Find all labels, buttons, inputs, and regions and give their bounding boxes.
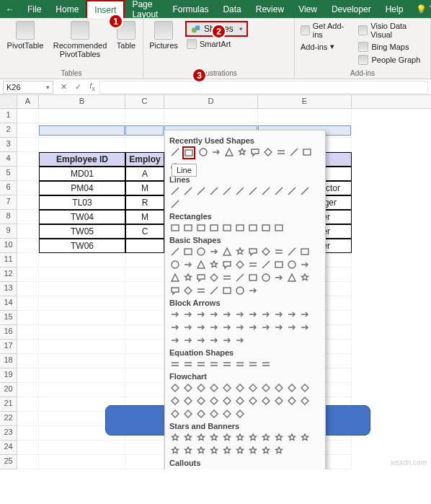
back-arrow-icon[interactable]: ← (0, 0, 20, 18)
shape-gallery-item[interactable] (169, 322, 180, 332)
shape-gallery-item[interactable] (182, 146, 195, 159)
tab-review[interactable]: Review (249, 0, 291, 18)
shape-gallery-item[interactable] (195, 335, 206, 345)
shape-gallery-item[interactable] (234, 246, 245, 257)
shape-gallery-item[interactable] (195, 445, 206, 456)
shape-gallery-item[interactable] (169, 198, 180, 209)
shape-gallery-item[interactable] (260, 259, 271, 270)
shape-gallery-item[interactable] (182, 246, 193, 257)
row-header[interactable]: 23 (0, 426, 17, 441)
shape-gallery-item[interactable] (195, 408, 206, 419)
tab-formulas[interactable]: Formulas (165, 0, 216, 18)
shape-gallery-item[interactable] (234, 335, 245, 345)
shape-gallery-item[interactable] (234, 469, 245, 469)
tab-help[interactable]: Help (378, 0, 411, 18)
shape-gallery-item[interactable] (169, 222, 180, 233)
shape-gallery-item[interactable] (299, 469, 310, 469)
cell[interactable] (125, 109, 164, 123)
enter-button[interactable]: ✓ (71, 82, 85, 92)
cell[interactable] (39, 311, 125, 325)
shape-gallery-item[interactable] (169, 382, 180, 393)
shape-gallery-item[interactable] (247, 222, 258, 233)
shape-gallery-item[interactable] (299, 259, 310, 270)
get-addins-button[interactable]: Get Add-ins (299, 21, 351, 40)
shape-gallery-item[interactable] (208, 285, 219, 296)
shape-gallery-item[interactable] (182, 432, 193, 443)
cell[interactable] (39, 282, 125, 296)
shape-gallery-item[interactable] (299, 322, 310, 332)
shape-gallery-item[interactable] (260, 185, 271, 196)
cell[interactable]: TW05 (39, 224, 125, 239)
shape-gallery-item[interactable] (260, 432, 271, 443)
shape-gallery-item[interactable] (234, 358, 245, 369)
shape-gallery-item[interactable] (247, 246, 258, 257)
row-header[interactable]: 12 (0, 268, 17, 282)
shape-gallery-item[interactable] (299, 382, 310, 393)
cell[interactable] (17, 210, 39, 224)
shape-gallery-item[interactable] (221, 285, 232, 296)
cell[interactable] (17, 152, 39, 167)
shape-gallery-item[interactable] (273, 382, 284, 393)
row-header[interactable]: 18 (0, 354, 17, 368)
shape-gallery-item[interactable] (247, 395, 258, 406)
row-header[interactable]: 24 (0, 441, 17, 455)
shape-gallery-item[interactable] (260, 469, 271, 469)
shape-gallery-item[interactable] (286, 185, 297, 196)
shape-gallery-item[interactable] (169, 358, 180, 369)
shape-gallery-item[interactable] (210, 146, 221, 157)
cell[interactable]: R (125, 195, 164, 210)
shape-gallery-item[interactable] (182, 335, 193, 345)
shape-gallery-item[interactable] (273, 469, 284, 469)
shape-gallery-item[interactable] (197, 146, 208, 157)
shape-gallery-item[interactable] (169, 272, 180, 283)
cell[interactable] (258, 109, 352, 123)
shape-gallery-item[interactable] (221, 309, 232, 319)
shape-gallery-item[interactable] (208, 432, 219, 443)
shape-gallery-item[interactable] (260, 358, 271, 369)
bing-maps-button[interactable]: Bing Maps (357, 41, 426, 53)
shape-gallery-item[interactable] (247, 285, 258, 296)
row-header[interactable]: 14 (0, 296, 17, 311)
shape-gallery-item[interactable] (169, 259, 180, 270)
shape-gallery-item[interactable] (273, 185, 284, 196)
cell[interactable]: PM04 (39, 181, 125, 195)
shape-gallery-item[interactable] (208, 259, 219, 270)
cell[interactable] (125, 253, 164, 268)
shape-gallery-item[interactable] (221, 469, 232, 469)
cell[interactable] (17, 224, 39, 239)
shape-gallery-item[interactable] (273, 222, 284, 233)
shape-gallery-item[interactable] (273, 309, 284, 319)
select-all-corner[interactable] (0, 95, 17, 108)
row-header[interactable]: 25 (0, 455, 17, 469)
name-box[interactable]: K26 ▾ (3, 81, 53, 94)
shape-gallery-item[interactable] (208, 358, 219, 369)
shape-gallery-item[interactable] (234, 185, 245, 196)
cell[interactable]: TW04 (39, 210, 125, 224)
cell[interactable] (164, 109, 258, 123)
shape-gallery-item[interactable] (169, 408, 180, 419)
row-header[interactable]: 3 (0, 138, 17, 152)
shape-gallery-item[interactable] (208, 445, 219, 456)
shape-gallery-item[interactable] (247, 272, 258, 283)
shape-gallery-item[interactable] (195, 322, 206, 332)
cell[interactable] (17, 167, 39, 181)
cell[interactable] (125, 325, 164, 340)
shape-gallery-item[interactable] (195, 395, 206, 406)
shape-gallery-item[interactable] (169, 445, 180, 456)
shape-gallery-item[interactable] (299, 185, 310, 196)
shape-gallery-item[interactable] (286, 259, 297, 270)
shape-gallery-item[interactable] (234, 222, 245, 233)
shape-gallery-item[interactable] (286, 309, 297, 319)
shape-gallery-item[interactable] (260, 395, 271, 406)
shape-gallery-item[interactable] (221, 358, 232, 369)
tab-view[interactable]: View (291, 0, 324, 18)
shape-gallery-item[interactable] (169, 335, 180, 345)
shape-gallery-item[interactable] (247, 469, 258, 469)
row-header[interactable]: 15 (0, 311, 17, 325)
shape-gallery-item[interactable] (299, 272, 310, 283)
shape-gallery-item[interactable] (247, 382, 258, 393)
shape-gallery-item[interactable] (273, 432, 284, 443)
cell[interactable] (17, 296, 39, 311)
shape-gallery-item[interactable] (273, 395, 284, 406)
shape-gallery-item[interactable] (273, 246, 284, 257)
